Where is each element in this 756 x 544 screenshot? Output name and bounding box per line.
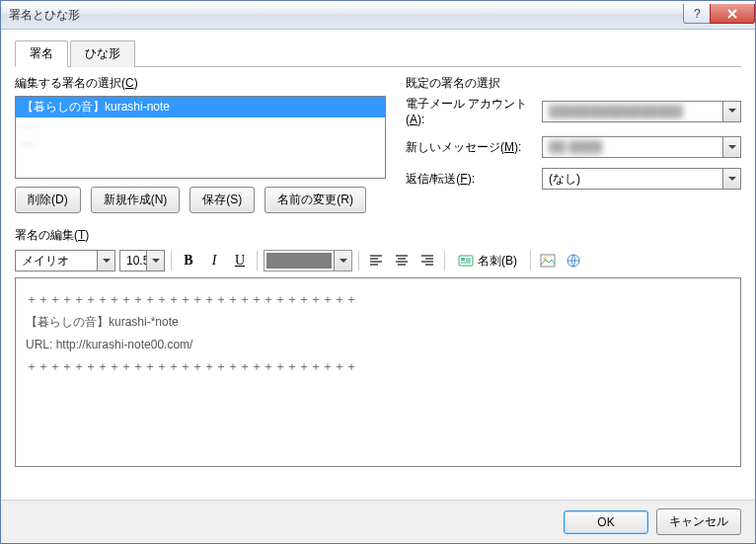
signature-editor[interactable]: ＋＋＋＋＋＋＋＋＋＋＋＋＋＋＋＋＋＋＋＋＋＋＋＋＋＋＋＋ 【暮らしの音】kura… [15, 277, 741, 467]
italic-button[interactable]: I [203, 250, 225, 272]
titlebar: 署名とひな形 ? [1, 1, 755, 30]
chevron-down-icon[interactable] [334, 251, 351, 271]
svg-rect-2 [461, 258, 465, 261]
chevron-down-icon[interactable] [97, 251, 114, 271]
ok-button[interactable]: OK [564, 510, 648, 534]
business-card-button[interactable]: 名刺(B) [451, 250, 524, 272]
reply-combo[interactable]: (なし) [542, 168, 741, 190]
tab-signature[interactable]: 署名 [15, 40, 68, 67]
font-color-combo[interactable] [264, 250, 352, 272]
separator [444, 251, 445, 271]
cancel-button[interactable]: キャンセル [656, 508, 741, 535]
newmsg-combo[interactable]: ██ ████ [542, 136, 741, 158]
bold-button[interactable]: B [178, 250, 199, 272]
reply-label: 返信/転送(F): [406, 171, 534, 188]
newmsg-label: 新しいメッセージ(M): [406, 139, 534, 156]
rename-button[interactable]: 名前の変更(R) [265, 187, 366, 213]
size-combo[interactable]: 10.5 [119, 250, 165, 272]
dialog-footer: OK キャンセル [1, 500, 755, 543]
chevron-down-icon[interactable] [146, 251, 164, 271]
save-button[interactable]: 保存(S) [189, 187, 255, 213]
select-sig-label: 編集する署名の選択(C) [15, 75, 386, 92]
default-sig-label: 既定の署名の選択 [406, 75, 741, 92]
separator [171, 251, 172, 271]
svg-text:?: ? [694, 8, 701, 20]
separator [358, 251, 359, 271]
color-swatch [266, 253, 332, 269]
separator [530, 251, 531, 271]
signature-list[interactable]: 【暮らしの音】kurashi-note — — [15, 96, 386, 179]
close-button[interactable] [710, 4, 755, 24]
tab-template[interactable]: ひな形 [70, 40, 135, 67]
window-title: 署名とひな形 [9, 7, 684, 24]
format-toolbar: メイリオ 10.5 B I U [15, 250, 741, 272]
align-left-button[interactable] [365, 250, 387, 272]
underline-button[interactable]: U [229, 250, 251, 272]
list-item[interactable]: 【暮らしの音】kurashi-note [16, 97, 385, 117]
account-combo[interactable]: ████████████████ [542, 101, 741, 122]
account-label: 電子メール アカウント(A): [406, 96, 534, 126]
chevron-down-icon[interactable] [722, 102, 740, 121]
align-center-button[interactable] [391, 250, 413, 272]
delete-button[interactable]: 削除(D) [15, 187, 81, 213]
font-combo[interactable]: メイリオ [15, 250, 115, 272]
insert-hyperlink-button[interactable] [563, 250, 584, 272]
edit-sig-label: 署名の編集(T) [15, 227, 741, 244]
list-item[interactable]: — [16, 117, 385, 135]
tab-bar: 署名 ひな形 [15, 39, 741, 67]
separator [257, 251, 258, 271]
help-button[interactable]: ? [683, 4, 711, 24]
new-button[interactable]: 新規作成(N) [91, 187, 181, 213]
align-right-button[interactable] [416, 250, 438, 272]
insert-picture-button[interactable] [537, 250, 559, 272]
list-item[interactable]: — [16, 135, 385, 153]
chevron-down-icon[interactable] [722, 169, 740, 189]
chevron-down-icon[interactable] [722, 137, 740, 157]
